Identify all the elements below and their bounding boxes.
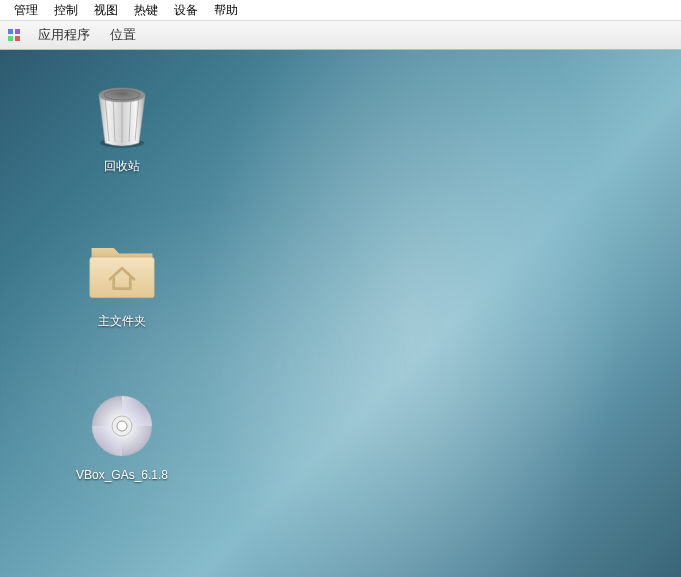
menu-devices[interactable]: 设备 <box>166 2 206 19</box>
host-menubar: 管理 控制 视图 热键 设备 帮助 <box>0 0 681 20</box>
guest-top-panel: 应用程序 位置 <box>0 20 681 50</box>
desktop-icon-label: 回收站 <box>104 158 140 175</box>
svg-rect-1 <box>15 29 20 34</box>
desktop-icon-home[interactable]: 主文件夹 <box>62 235 182 330</box>
menu-manage[interactable]: 管理 <box>6 2 46 19</box>
menu-view[interactable]: 视图 <box>86 2 126 19</box>
trash-icon <box>86 80 158 152</box>
desktop-icon-grid: 回收站 <box>62 80 182 482</box>
desktop-icon-trash[interactable]: 回收站 <box>62 80 182 175</box>
svg-rect-2 <box>8 36 13 41</box>
home-folder-icon <box>86 235 158 307</box>
menu-hotkeys[interactable]: 热键 <box>126 2 166 19</box>
disc-icon <box>86 390 158 462</box>
svg-rect-12 <box>90 257 155 298</box>
svg-rect-3 <box>15 36 20 41</box>
panel-applications[interactable]: 应用程序 <box>28 26 100 44</box>
svg-rect-0 <box>8 29 13 34</box>
desktop[interactable]: 回收站 <box>0 50 681 577</box>
panel-places[interactable]: 位置 <box>100 26 146 44</box>
desktop-icon-label: VBox_GAs_6.1.8 <box>76 468 168 482</box>
menu-help[interactable]: 帮助 <box>206 2 246 19</box>
applications-icon <box>6 27 22 43</box>
menu-control[interactable]: 控制 <box>46 2 86 19</box>
desktop-icon-label: 主文件夹 <box>98 313 146 330</box>
svg-point-15 <box>117 421 127 431</box>
desktop-icon-disc[interactable]: VBox_GAs_6.1.8 <box>62 390 182 482</box>
